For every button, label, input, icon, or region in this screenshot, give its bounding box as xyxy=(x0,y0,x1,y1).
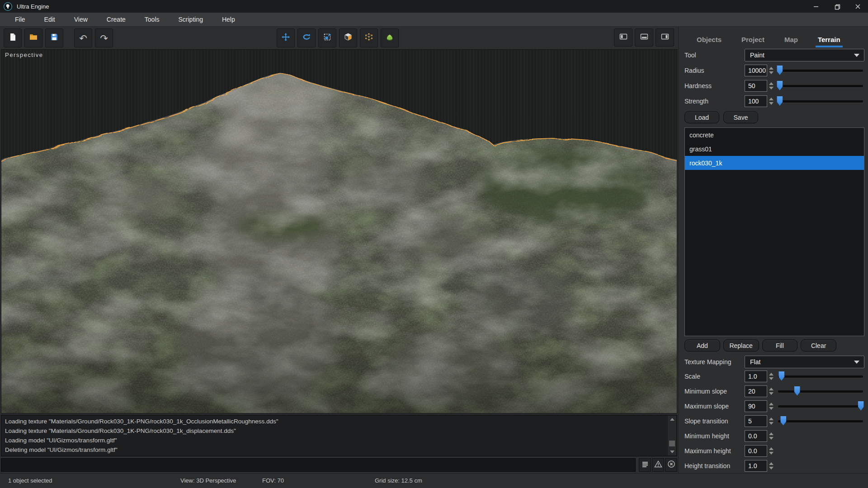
minimum-height-value[interactable]: 0.0 xyxy=(745,430,767,442)
menu-item-help[interactable]: Help xyxy=(212,13,245,26)
spinner-up-icon[interactable] xyxy=(769,447,774,450)
texture-item-concrete[interactable]: concrete xyxy=(685,128,864,142)
hardness-spinbox[interactable]: 50 xyxy=(745,80,774,92)
radius-value[interactable]: 10000 xyxy=(745,65,767,76)
strength-value[interactable]: 100 xyxy=(745,95,767,107)
new-file-button[interactable] xyxy=(4,28,22,47)
spinner-down-icon[interactable] xyxy=(769,407,774,410)
menu-item-file[interactable]: File xyxy=(5,13,35,26)
spinner-down-icon[interactable] xyxy=(769,467,774,469)
layout-left-panel-button[interactable] xyxy=(614,28,632,47)
slider-track[interactable] xyxy=(778,390,863,393)
spinner-down-icon[interactable] xyxy=(769,392,774,395)
spinner-up-icon[interactable] xyxy=(769,403,774,405)
scrollbar-thumb[interactable] xyxy=(669,441,675,446)
tab-objects[interactable]: Objects xyxy=(694,36,724,47)
maximum-slope-spinbox[interactable]: 90 xyxy=(745,400,774,412)
slider-handle[interactable] xyxy=(777,81,783,90)
slider-handle[interactable] xyxy=(777,96,783,106)
minimize-button[interactable] xyxy=(806,0,826,13)
menu-item-view[interactable]: View xyxy=(65,13,97,26)
slider-handle[interactable] xyxy=(778,371,784,381)
viewport-3d[interactable]: Perspective xyxy=(1,49,677,413)
slider-track[interactable] xyxy=(778,405,863,408)
tab-terrain[interactable]: Terrain xyxy=(816,36,843,47)
maximum-slope-value[interactable]: 90 xyxy=(745,400,767,412)
spinner-down-icon[interactable] xyxy=(769,437,774,440)
slope-transition-value[interactable]: 5 xyxy=(745,415,767,427)
add-button[interactable]: Add xyxy=(684,339,720,352)
clear-button[interactable]: Clear xyxy=(801,339,836,352)
open-file-button[interactable] xyxy=(24,28,42,47)
slider-handle[interactable] xyxy=(780,416,786,426)
scroll-up-icon[interactable] xyxy=(668,416,676,423)
terrain-tool-button[interactable] xyxy=(381,28,399,47)
texture-item-rock030-1k[interactable]: rock030_1k xyxy=(685,156,864,170)
spinner-up-icon[interactable] xyxy=(769,82,774,85)
slope-transition-spinbox[interactable]: 5 xyxy=(745,415,774,427)
restore-button[interactable] xyxy=(826,0,847,13)
layout-right-panel-button[interactable] xyxy=(656,28,674,47)
menu-item-edit[interactable]: Edit xyxy=(35,13,65,26)
strength-spinbox[interactable]: 100 xyxy=(745,95,774,107)
hardness-value[interactable]: 50 xyxy=(745,80,767,92)
maximum-slope-slider[interactable] xyxy=(777,400,864,412)
minimum-height-spinbox[interactable]: 0.0 xyxy=(745,430,774,442)
scale-spinbox[interactable]: 1.0 xyxy=(745,371,774,382)
slider-track[interactable] xyxy=(778,420,863,422)
spinner-up-icon[interactable] xyxy=(769,67,774,70)
spinner-up-icon[interactable] xyxy=(769,98,774,100)
spinner-up-icon[interactable] xyxy=(769,373,774,375)
hardness-slider[interactable] xyxy=(777,80,864,92)
replace-button[interactable]: Replace xyxy=(723,339,759,352)
slider-track[interactable] xyxy=(778,85,863,87)
tab-project[interactable]: Project xyxy=(739,36,767,47)
menu-item-tools[interactable]: Tools xyxy=(135,13,169,26)
redo-button[interactable]: ↷ xyxy=(95,28,113,47)
spinner-up-icon[interactable] xyxy=(769,432,774,435)
save-layers-button[interactable]: Save xyxy=(723,111,758,123)
minimum-slope-spinbox[interactable]: 20 xyxy=(745,385,774,397)
rotate-tool-button[interactable] xyxy=(297,28,316,47)
texture-item-grass01[interactable]: grass01 xyxy=(685,142,864,156)
load-button[interactable]: Load xyxy=(684,111,719,123)
spinner-down-icon[interactable] xyxy=(769,377,774,380)
scroll-down-icon[interactable] xyxy=(668,448,676,455)
spinner-down-icon[interactable] xyxy=(769,452,774,455)
spinner-up-icon[interactable] xyxy=(769,462,774,465)
texture-mapping-dropdown[interactable]: Flat xyxy=(745,356,864,368)
slope-transition-slider[interactable] xyxy=(777,415,864,427)
console-scrollbar[interactable] xyxy=(668,416,676,455)
spinner-up-icon[interactable] xyxy=(769,388,774,390)
scale-value[interactable]: 1.0 xyxy=(745,371,767,382)
close-button[interactable] xyxy=(847,0,868,13)
height-transition-value[interactable]: 1.0 xyxy=(745,460,767,472)
errors-filter-button[interactable] xyxy=(665,458,677,472)
spinner-down-icon[interactable] xyxy=(769,71,774,74)
console-input[interactable] xyxy=(1,458,636,472)
strength-slider[interactable] xyxy=(777,95,864,107)
spinner-down-icon[interactable] xyxy=(769,87,774,89)
slider-handle[interactable] xyxy=(777,66,783,75)
vertex-select-button[interactable] xyxy=(360,28,378,47)
tool-dropdown[interactable]: Paint xyxy=(745,49,864,61)
scale-tool-button[interactable] xyxy=(318,28,336,47)
minimum-slope-slider[interactable] xyxy=(777,385,864,397)
spinner-up-icon[interactable] xyxy=(769,418,774,420)
minimum-slope-value[interactable]: 20 xyxy=(745,385,767,397)
height-transition-spinbox[interactable]: 1.0 xyxy=(745,460,774,472)
slider-handle[interactable] xyxy=(794,386,800,396)
scale-slider[interactable] xyxy=(777,371,864,382)
slider-handle[interactable] xyxy=(858,401,864,411)
maximum-height-spinbox[interactable]: 0.0 xyxy=(745,445,774,457)
spinner-down-icon[interactable] xyxy=(769,102,774,105)
tab-map[interactable]: Map xyxy=(782,36,800,47)
menu-item-scripting[interactable]: Scripting xyxy=(169,13,212,26)
face-select-button[interactable] xyxy=(339,28,357,47)
radius-slider[interactable] xyxy=(777,65,864,76)
slider-track[interactable] xyxy=(778,70,863,72)
radius-spinbox[interactable]: 10000 xyxy=(745,65,774,76)
fill-button[interactable]: Fill xyxy=(762,339,798,352)
menu-item-create[interactable]: Create xyxy=(97,13,135,26)
log-filter-button[interactable] xyxy=(639,458,651,472)
